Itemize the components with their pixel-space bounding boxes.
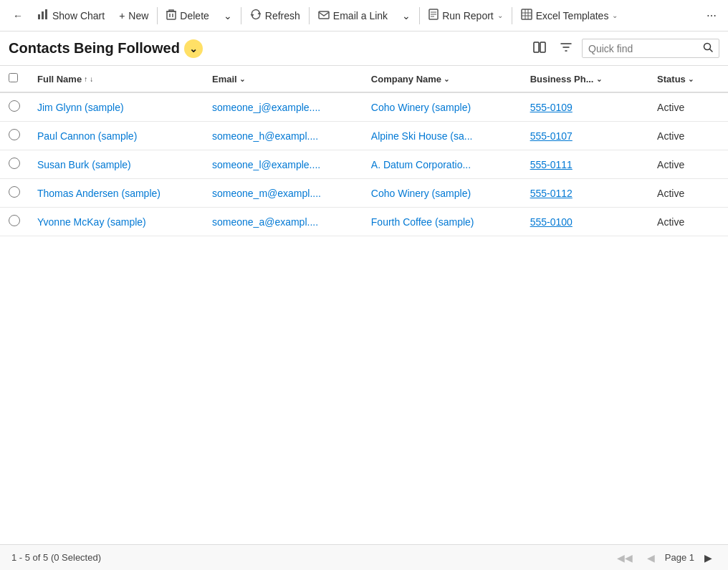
- row-select-cell: [0, 92, 29, 122]
- row-radio[interactable]: [9, 215, 20, 226]
- phone-header-label: Business Ph...: [530, 74, 594, 84]
- refresh-button[interactable]: Refresh: [243, 4, 307, 26]
- company-column-header[interactable]: Company Name ⌄: [363, 66, 522, 92]
- select-all-checkbox[interactable]: [9, 73, 18, 82]
- excel-icon: [521, 9, 532, 22]
- svg-rect-0: [38, 14, 40, 19]
- phone-sort-icon: ⌄: [596, 75, 602, 83]
- delete-dropdown-button[interactable]: ⌄: [216, 6, 239, 26]
- row-select-cell: [0, 208, 29, 236]
- row-radio[interactable]: [9, 100, 20, 112]
- company-link[interactable]: Alpine Ski House (sa...: [371, 130, 473, 142]
- fullname-link[interactable]: Yvonne McKay (sample): [37, 216, 146, 228]
- email-link[interactable]: someone_h@exampl....: [212, 130, 318, 142]
- excel-templates-button[interactable]: Excel Templates ⌄: [514, 4, 626, 26]
- status-header-label: Status: [657, 74, 686, 84]
- status-cell: Active: [648, 92, 728, 122]
- table-row: Yvonne McKay (sample) someone_a@exampl..…: [0, 208, 728, 236]
- company-link[interactable]: Coho Winery (sample): [371, 188, 471, 199]
- phone-value[interactable]: 555-0107: [530, 130, 573, 142]
- status-column-header[interactable]: Status ⌄: [648, 66, 728, 92]
- email-column-header[interactable]: Email ⌄: [203, 66, 363, 92]
- row-select-cell: [0, 179, 29, 208]
- select-all-header: [0, 66, 29, 92]
- viewbar: Contacts Being Followed ⌄: [0, 32, 728, 66]
- table-container: Full Name ↑ ↓ Email ⌄ Company Name: [0, 66, 728, 544]
- row-radio[interactable]: [9, 129, 20, 140]
- status-cell: Active: [648, 208, 728, 236]
- svg-rect-14: [534, 42, 539, 52]
- email-link[interactable]: someone_l@example....: [212, 159, 320, 170]
- row-select-cell: [0, 122, 29, 150]
- separator-5: [512, 7, 512, 24]
- status-value: Active: [657, 216, 684, 228]
- email-link[interactable]: someone_a@exampl....: [212, 216, 318, 228]
- company-cell: Coho Winery (sample): [363, 92, 522, 122]
- email-header-label: Email: [212, 74, 237, 84]
- view-title: Contacts Being Followed ⌄: [9, 39, 203, 58]
- email-cell: someone_h@exampl....: [203, 122, 363, 150]
- status-sort-icon: ⌄: [688, 75, 694, 83]
- svg-rect-4: [319, 11, 329, 19]
- fullname-column-header[interactable]: Full Name ↑ ↓: [29, 66, 203, 92]
- email-link-button[interactable]: Email a Link: [311, 6, 395, 26]
- company-link[interactable]: Fourth Coffee (sample): [371, 216, 474, 228]
- fullname-cell: Jim Glynn (sample): [29, 92, 203, 122]
- view-title-text: Contacts Being Followed: [9, 40, 180, 57]
- fullname-cell: Thomas Andersen (sample): [29, 179, 203, 208]
- email-sort-icon: ⌄: [239, 75, 245, 83]
- row-radio[interactable]: [9, 158, 20, 169]
- company-link[interactable]: A. Datum Corporatio...: [371, 159, 471, 170]
- phone-cell: 555-0100: [522, 208, 648, 236]
- sort-desc-icon: ↓: [90, 75, 93, 83]
- fullname-link[interactable]: Susan Burk (sample): [37, 159, 131, 170]
- email-link[interactable]: someone_j@example....: [212, 102, 320, 113]
- columns-button[interactable]: [529, 39, 550, 59]
- run-report-button[interactable]: Run Report ⌄: [421, 4, 510, 26]
- new-icon: +: [119, 10, 125, 21]
- delete-button[interactable]: Delete: [159, 4, 216, 26]
- table-row: Susan Burk (sample) someone_l@example...…: [0, 150, 728, 179]
- refresh-label: Refresh: [265, 10, 300, 21]
- phone-value[interactable]: 555-0112: [530, 188, 573, 199]
- filter-button[interactable]: [556, 39, 576, 59]
- delete-label: Delete: [180, 10, 209, 21]
- email-link-label: Email a Link: [333, 10, 388, 21]
- more-button[interactable]: ⋯: [701, 6, 722, 26]
- excel-templates-label: Excel Templates: [536, 10, 609, 21]
- company-cell: Alpine Ski House (sa...: [363, 122, 522, 150]
- phone-column-header[interactable]: Business Ph... ⌄: [522, 66, 648, 92]
- new-button[interactable]: + New: [112, 6, 155, 26]
- phone-value[interactable]: 555-0109: [530, 102, 573, 113]
- view-title-dropdown-button[interactable]: ⌄: [184, 39, 203, 58]
- email-link[interactable]: someone_m@exampl....: [212, 188, 321, 199]
- status-value: Active: [657, 188, 684, 199]
- back-button[interactable]: ←: [6, 6, 30, 26]
- dropdown-arrow-icon: ⌄: [189, 43, 198, 54]
- fullname-link[interactable]: Jim Glynn (sample): [37, 102, 124, 113]
- show-chart-button[interactable]: Show Chart: [30, 4, 112, 26]
- main-content: Full Name ↑ ↓ Email ⌄ Company Name: [0, 66, 728, 544]
- fullname-link[interactable]: Paul Cannon (sample): [37, 130, 137, 142]
- svg-rect-3: [167, 11, 176, 19]
- svg-rect-9: [522, 9, 532, 19]
- back-icon: ←: [13, 10, 23, 21]
- phone-value[interactable]: 555-0100: [530, 216, 573, 228]
- table-row: Paul Cannon (sample) someone_h@exampl...…: [0, 122, 728, 150]
- table-row: Jim Glynn (sample) someone_j@example....…: [0, 92, 728, 122]
- email-dropdown-button[interactable]: ⌄: [395, 6, 418, 26]
- email-cell: someone_m@exampl....: [203, 179, 363, 208]
- table-header-row: Full Name ↑ ↓ Email ⌄ Company Name: [0, 66, 728, 92]
- fullname-link[interactable]: Thomas Andersen (sample): [37, 188, 161, 199]
- company-header-label: Company Name: [371, 74, 441, 84]
- separator-3: [309, 7, 310, 24]
- phone-cell: 555-0111: [522, 150, 648, 179]
- company-link[interactable]: Coho Winery (sample): [371, 102, 471, 113]
- row-radio[interactable]: [9, 186, 20, 198]
- fullname-header-label: Full Name: [37, 74, 82, 84]
- new-label: New: [128, 10, 148, 21]
- quick-find-button[interactable]: [697, 39, 719, 57]
- phone-value[interactable]: 555-0111: [530, 159, 573, 170]
- separator-1: [157, 7, 158, 24]
- quick-find-input[interactable]: [583, 40, 697, 57]
